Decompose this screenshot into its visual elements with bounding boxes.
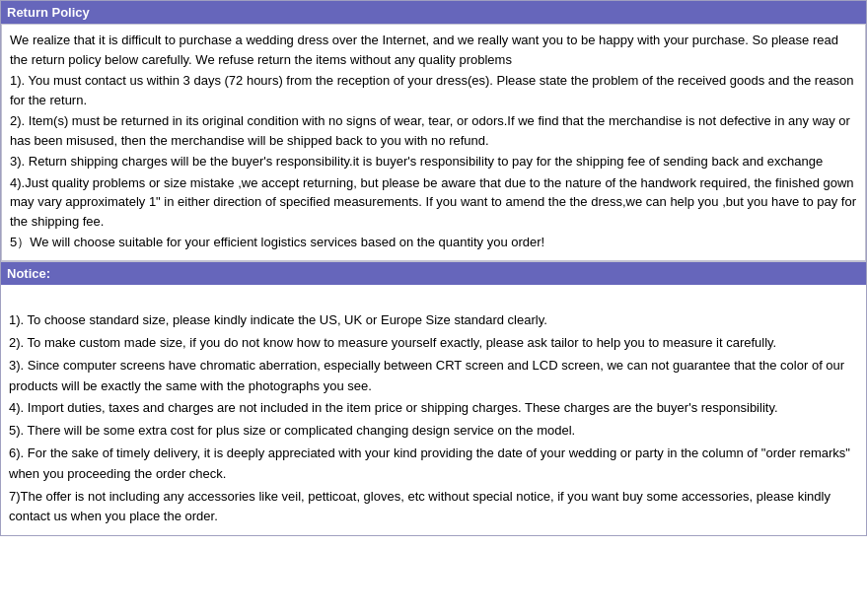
notice-item-5: 5). There will be some extra cost for pl… [9,421,858,442]
return-policy-intro: We realize that it is difficult to purch… [10,31,857,69]
return-policy-header: Return Policy [1,1,866,24]
return-policy-title: Return Policy [7,5,90,20]
notice-item-2: 2). To make custom made size, if you do … [9,333,858,354]
return-policy-section: Return Policy We realize that it is diff… [1,1,866,262]
notice-item-1: 1). To choose standard size, please kind… [9,310,858,331]
notice-item-3: 3). Since computer screens have chromati… [9,356,858,397]
return-policy-content: We realize that it is difficult to purch… [1,24,866,261]
notice-title: Notice: [7,266,50,281]
notice-section: Notice: 1). To choose standard size, ple… [1,262,866,536]
notice-header: Notice: [1,262,866,285]
return-policy-item-2: 2). Item(s) must be returned in its orig… [10,111,857,150]
notice-content: 1). To choose standard size, please kind… [1,285,866,536]
main-container: Return Policy We realize that it is diff… [0,0,867,536]
return-policy-item-1: 1). You must contact us within 3 days (7… [10,71,857,109]
notice-item-4: 4). Import duties, taxes and charges are… [9,398,858,419]
return-policy-item-5: 5）We will choose suitable for your effic… [10,233,857,252]
return-policy-item-4: 4).Just quality problems or size mistake… [10,173,857,232]
notice-item-6: 6). For the sake of timely delivery, it … [9,444,858,485]
notice-item-7: 7)The offer is not including any accesso… [9,487,858,528]
return-policy-item-3: 3). Return shipping charges will be the … [10,152,857,171]
